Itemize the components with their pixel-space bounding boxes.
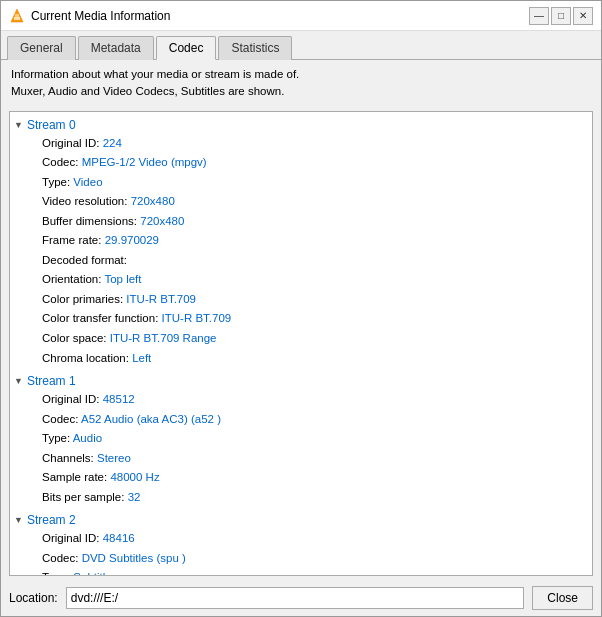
description: Information about what your media or str… (1, 60, 601, 107)
list-item: Bits per sample: 32 (42, 488, 588, 508)
bottom-bar: Location: Close (1, 580, 601, 616)
list-item: Color space: ITU-R BT.709 Range (42, 329, 588, 349)
svg-rect-1 (14, 17, 20, 20)
minimize-button[interactable]: — (529, 7, 549, 25)
list-item: Channels: Stereo (42, 449, 588, 469)
list-item: Original ID: 224 (42, 134, 588, 154)
list-item: Type: Video (42, 173, 588, 193)
tab-codec[interactable]: Codec (156, 36, 217, 60)
description-line2: Muxer, Audio and Video Codecs, Subtitles… (11, 83, 591, 100)
tab-metadata[interactable]: Metadata (78, 36, 154, 60)
list-item: Decoded format: (42, 251, 588, 271)
stream-0-name: Stream 0 (27, 118, 76, 132)
stream-0-arrow: ▼ (14, 120, 23, 130)
window-close-button[interactable]: ✕ (573, 7, 593, 25)
stream-0-section: ▼ Stream 0 Original ID: 224 Codec: MPEG-… (14, 116, 588, 369)
list-item: Codec: DVD Subtitles (spu ) (42, 549, 588, 569)
list-item: Video resolution: 720x480 (42, 192, 588, 212)
list-item: Chroma location: Left (42, 349, 588, 369)
stream-2-section: ▼ Stream 2 Original ID: 48416 Codec: DVD… (14, 511, 588, 576)
svg-rect-2 (15, 14, 19, 17)
stream-0-props: Original ID: 224 Codec: MPEG-1/2 Video (… (14, 134, 588, 369)
title-bar-buttons: — □ ✕ (529, 7, 593, 25)
tab-statistics[interactable]: Statistics (218, 36, 292, 60)
list-item: Original ID: 48512 (42, 390, 588, 410)
location-input[interactable] (66, 587, 525, 609)
stream-1-arrow: ▼ (14, 376, 23, 386)
stream-2-arrow: ▼ (14, 515, 23, 525)
list-item: Codec: MPEG-1/2 Video (mpgv) (42, 153, 588, 173)
tab-general[interactable]: General (7, 36, 76, 60)
list-item: Buffer dimensions: 720x480 (42, 212, 588, 232)
list-item: Type: Subtitle (42, 568, 588, 576)
stream-0-header[interactable]: ▼ Stream 0 (14, 116, 588, 134)
stream-1-name: Stream 1 (27, 374, 76, 388)
main-window: Current Media Information — □ ✕ General … (0, 0, 602, 617)
stream-1-section: ▼ Stream 1 Original ID: 48512 Codec: A52… (14, 372, 588, 507)
close-button[interactable]: Close (532, 586, 593, 610)
list-item: Codec: A52 Audio (aka AC3) (a52 ) (42, 410, 588, 430)
vlc-icon (9, 8, 25, 24)
stream-2-props: Original ID: 48416 Codec: DVD Subtitles … (14, 529, 588, 576)
list-item: Type: Audio (42, 429, 588, 449)
title-bar-left: Current Media Information (9, 8, 170, 24)
list-item: Frame rate: 29.970029 (42, 231, 588, 251)
location-label: Location: (9, 591, 58, 605)
window-title: Current Media Information (31, 9, 170, 23)
title-bar: Current Media Information — □ ✕ (1, 1, 601, 31)
stream-1-header[interactable]: ▼ Stream 1 (14, 372, 588, 390)
stream-2-name: Stream 2 (27, 513, 76, 527)
list-item: Original ID: 48416 (42, 529, 588, 549)
tab-bar: General Metadata Codec Statistics (1, 31, 601, 60)
content-area[interactable]: ▼ Stream 0 Original ID: 224 Codec: MPEG-… (9, 111, 593, 577)
list-item: Color transfer function: ITU-R BT.709 (42, 309, 588, 329)
maximize-button[interactable]: □ (551, 7, 571, 25)
list-item: Sample rate: 48000 Hz (42, 468, 588, 488)
stream-1-props: Original ID: 48512 Codec: A52 Audio (aka… (14, 390, 588, 507)
list-item: Orientation: Top left (42, 270, 588, 290)
list-item: Color primaries: ITU-R BT.709 (42, 290, 588, 310)
description-line1: Information about what your media or str… (11, 66, 591, 83)
stream-2-header[interactable]: ▼ Stream 2 (14, 511, 588, 529)
